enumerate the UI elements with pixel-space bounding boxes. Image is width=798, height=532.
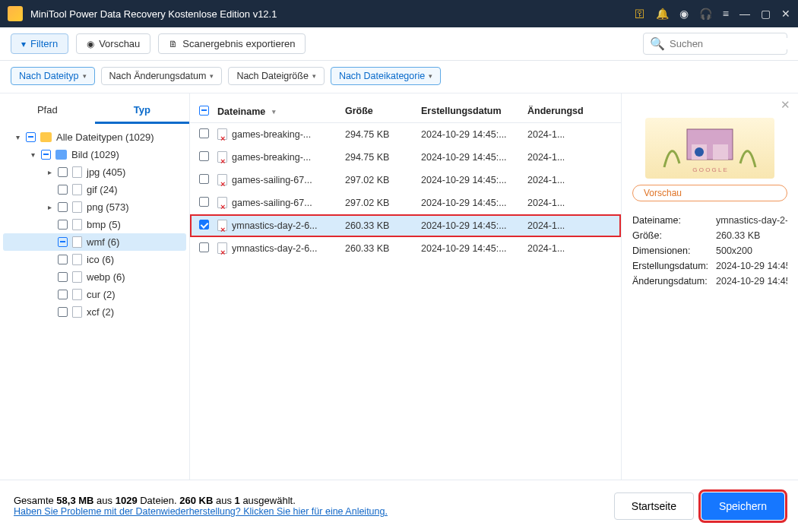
chevron-down-icon: ▾ <box>429 72 432 80</box>
file-icon <box>72 236 82 248</box>
bell-icon[interactable]: 🔔 <box>656 8 669 20</box>
tree-root[interactable]: ▾Alle Dateitypen (1029) <box>3 128 186 146</box>
footer: Gesamte 58,3 MB aus 1029 Dateien. 260 KB… <box>0 480 798 531</box>
close-preview-icon[interactable]: ✕ <box>781 98 790 112</box>
save-button[interactable]: Speichern <box>701 492 784 520</box>
row-checkbox[interactable] <box>199 174 209 184</box>
window-title: MiniTool Power Data Recovery Kostenlose … <box>30 8 635 20</box>
row-checkbox[interactable] <box>199 128 209 138</box>
folder-icon <box>55 150 67 160</box>
file-modified: 2024-1... <box>527 175 612 185</box>
tree-item-gif[interactable]: gif (24) <box>3 181 186 198</box>
chevron-right-icon: ▸ <box>46 168 53 176</box>
file-size: 297.02 KB <box>345 175 421 185</box>
file-size: 260.33 KB <box>345 243 421 254</box>
checkbox[interactable] <box>58 255 68 264</box>
file-icon <box>72 306 82 318</box>
deleted-file-icon <box>217 151 228 163</box>
checkbox[interactable] <box>58 220 68 230</box>
column-name[interactable]: Dateiname▾ <box>217 106 345 118</box>
meta-created: 2024-10-29 14:45 <box>716 261 787 271</box>
table-row[interactable]: ymnastics-day-2-6... 260.33 KB 2024-10-2… <box>190 214 621 237</box>
eye-icon: ◉ <box>87 39 94 49</box>
export-button[interactable]: 🗎 Scanergebnis exportieren <box>158 33 306 54</box>
filter-button[interactable]: ▾ Filtern <box>11 33 68 54</box>
disc-icon[interactable]: ◉ <box>679 8 689 20</box>
chevron-down-icon: ▾ <box>14 133 21 141</box>
table-row[interactable]: games-sailing-67... 297.02 KB 2024-10-29… <box>190 192 621 214</box>
preview-label: Vorschau <box>99 38 140 49</box>
tree-category-image[interactable]: ▾Bild (1029) <box>3 146 186 163</box>
menu-icon[interactable]: ≡ <box>723 8 729 20</box>
file-modified: 2024-1... <box>527 220 612 231</box>
sidebar: Pfad Typ ▾Alle Dateitypen (1029) ▾Bild (… <box>0 93 190 480</box>
preview-open-button[interactable]: Vorschau <box>632 185 787 201</box>
tree-item-ico[interactable]: ico (6) <box>3 251 186 268</box>
checkbox[interactable] <box>26 132 36 142</box>
checkbox[interactable] <box>58 202 68 212</box>
chevron-down-icon: ▾ <box>29 150 36 159</box>
tree-item-bmp[interactable]: bmp (5) <box>3 216 186 233</box>
maximize-icon[interactable]: ▢ <box>761 8 771 20</box>
search-box[interactable]: 🔍 <box>643 33 787 55</box>
key-icon[interactable]: ⚿ <box>635 8 645 20</box>
preview-button[interactable]: ◉ Vorschau <box>76 33 150 54</box>
table-row[interactable]: games-breaking-... 294.75 KB 2024-10-29 … <box>190 146 621 169</box>
file-created: 2024-10-29 14:45:... <box>421 129 527 140</box>
tree-item-xcf[interactable]: xcf (2) <box>3 303 186 321</box>
file-type-tree: ▾Alle Dateitypen (1029) ▾Bild (1029) ▸jp… <box>0 124 189 325</box>
checkbox[interactable] <box>58 167 68 177</box>
tree-item-wmf[interactable]: wmf (6) <box>3 233 186 251</box>
row-checkbox[interactable] <box>199 197 209 207</box>
close-icon[interactable]: ✕ <box>781 8 790 20</box>
file-modified: 2024-1... <box>527 152 612 163</box>
svg-text:G O O G L E: G O O G L E <box>692 166 727 173</box>
column-modified[interactable]: Änderungsd <box>527 106 612 118</box>
home-button[interactable]: Startseite <box>614 492 694 520</box>
file-icon <box>72 254 82 265</box>
deleted-file-icon <box>217 174 228 186</box>
table-row[interactable]: games-sailing-67... 297.02 KB 2024-10-29… <box>190 169 621 192</box>
checkbox[interactable] <box>58 307 68 317</box>
svg-point-3 <box>695 147 704 157</box>
checkbox[interactable] <box>58 237 68 247</box>
file-list: Dateiname▾ Größe Erstellungsdatum Änderu… <box>190 93 622 480</box>
title-bar: MiniTool Power Data Recovery Kostenlose … <box>0 0 798 27</box>
checkbox[interactable] <box>58 290 68 299</box>
export-icon: 🗎 <box>169 39 178 49</box>
tab-path[interactable]: Pfad <box>0 98 95 124</box>
toolbar: ▾ Filtern ◉ Vorschau 🗎 Scanergebnis expo… <box>0 27 798 61</box>
table-row[interactable]: games-breaking-... 294.75 KB 2024-10-29 … <box>190 123 621 146</box>
chevron-down-icon: ▾ <box>312 72 316 80</box>
checkbox[interactable] <box>58 185 68 195</box>
chip-modified[interactable]: Nach Änderungsdatum▾ <box>101 67 223 85</box>
search-input[interactable] <box>670 38 797 49</box>
file-created: 2024-10-29 14:45:... <box>421 243 527 254</box>
row-checkbox[interactable] <box>199 151 209 161</box>
headphones-icon[interactable]: 🎧 <box>699 8 712 20</box>
tree-item-webp[interactable]: webp (6) <box>3 268 186 286</box>
preview-panel: ✕ G O O G L E Vorschau Dateiname:ymnasti… <box>622 93 798 480</box>
tab-type[interactable]: Typ <box>95 98 190 124</box>
tree-item-cur[interactable]: cur (2) <box>3 286 186 303</box>
table-row[interactable]: ymnastics-day-2-6... 260.33 KB 2024-10-2… <box>190 237 621 260</box>
tree-item-png[interactable]: ▸png (573) <box>3 198 186 216</box>
column-size[interactable]: Größe <box>345 106 421 118</box>
help-link[interactable]: Haben Sie Probleme mit der Datenwiederhe… <box>14 506 388 517</box>
row-checkbox[interactable] <box>199 242 209 252</box>
file-icon <box>72 289 82 300</box>
file-name: ymnastics-day-2-6... <box>232 243 318 254</box>
column-created[interactable]: Erstellungsdatum <box>421 106 527 118</box>
footer-stats: Gesamte 58,3 MB aus 1029 Dateien. 260 KB… <box>14 495 388 506</box>
chip-filetype[interactable]: Nach Dateityp▾ <box>11 67 95 85</box>
chip-size[interactable]: Nach Dateigröße▾ <box>228 67 325 85</box>
chevron-right-icon: ▸ <box>46 203 53 211</box>
checkbox[interactable] <box>41 150 51 160</box>
checkbox[interactable] <box>58 272 68 282</box>
minimize-icon[interactable]: — <box>739 8 750 20</box>
chip-category[interactable]: Nach Dateikategorie▾ <box>331 67 441 85</box>
tree-item-jpg[interactable]: ▸jpg (405) <box>3 163 186 181</box>
meta-modified: 2024-10-29 14:45 <box>716 276 787 287</box>
row-checkbox[interactable] <box>199 220 209 230</box>
select-all-checkbox[interactable] <box>199 106 209 116</box>
